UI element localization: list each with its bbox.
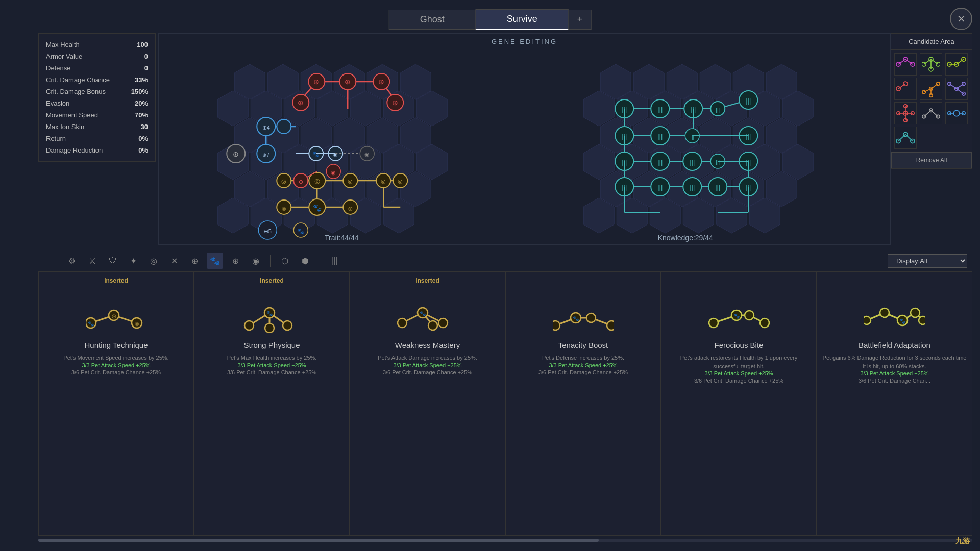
filter-icon-plus-circle[interactable]: ⊕ [186, 253, 203, 269]
trait-grid[interactable]: ⊕ ⊕ ⊕ ⊕ ⊕ ⊕4 ⊕7 ⊛ 🐾 ◉ ◉ [159, 49, 525, 245]
svg-text:🐾: 🐾 [733, 313, 740, 319]
tab-bar: Ghost Survive + [389, 9, 592, 30]
svg-text:⊕: ⊕ [299, 179, 303, 185]
svg-point-199 [244, 321, 254, 330]
card-stat2-2: 3/6 Pet Crit. Damage Chance +25% [227, 368, 316, 377]
filter-icon-swords[interactable]: ⚔ [84, 253, 101, 269]
filter-icon-hex2[interactable]: ⬢ [297, 253, 313, 269]
svg-text:⊕7: ⊕7 [262, 152, 270, 158]
display-all-select[interactable]: Display:All Display:Inserted Display:Uni… [888, 254, 967, 268]
card-stat1-3: 3/3 Pet Attack Speed +25% [393, 362, 461, 368]
card-battlefield-adaptation[interactable]: 🐾 Battlefield Adaptation Pet gains 6% Da… [817, 271, 972, 536]
svg-text:◎: ◎ [398, 178, 403, 184]
candidate-item-8[interactable] [920, 102, 942, 124]
tab-add[interactable]: + [569, 10, 592, 30]
card-weakness-mastery[interactable]: Inserted 🐾 Weakness Mastery Pet's Attack… [350, 271, 505, 536]
stat-max-health: Max Health 100 [39, 39, 155, 51]
svg-text:◎: ◎ [314, 177, 320, 185]
filter-icon-x[interactable]: ✕ [166, 253, 182, 269]
card-ferocious-bite[interactable]: 🐾 Ferocious Bite Pet's attack restores i… [661, 271, 817, 536]
stats-panel: Max Health 100 Armor Value 0 Defense 0 C… [38, 33, 156, 162]
card-stat1-1: 3/3 Pet Attack Speed +25% [82, 362, 150, 368]
svg-text:◎: ◎ [134, 321, 139, 327]
filter-icon-shield[interactable]: 🛡 [105, 253, 121, 269]
svg-text:◉: ◉ [364, 151, 370, 157]
filter-toolbar: ⟋ ⚙ ⚔ 🛡 ✦ ◎ ✕ ⊕ 🐾 ⊕ ◉ ⬡ ⬢ ||| Display:Al… [38, 250, 972, 271]
card-icon-3: 🐾 [355, 290, 500, 341]
svg-point-233 [880, 308, 889, 317]
svg-text:|||: ||| [657, 184, 663, 191]
filter-icon-gear[interactable]: ⚙ [64, 253, 80, 269]
close-button[interactable]: ✕ [950, 8, 972, 30]
filter-icon-slash[interactable]: ⟋ [43, 253, 60, 269]
card-strong-physique[interactable]: Inserted 🐾 Strong Physique Pet's Max Hea… [194, 271, 350, 536]
knowledge-grid[interactable]: ||| ||| ||| ||| ||| ||| ||| ||| ||| ||| … [525, 49, 891, 245]
svg-line-133 [905, 59, 913, 64]
filter-icon-circle[interactable]: ◎ [145, 253, 162, 269]
svg-text:|||: ||| [746, 97, 751, 105]
candidate-item-6[interactable] [945, 78, 968, 100]
svg-point-210 [438, 318, 448, 328]
svg-text:|||: ||| [690, 134, 694, 140]
filter-icon-bars-circle[interactable]: ◉ [248, 253, 264, 269]
svg-text:⊛: ⊛ [233, 150, 239, 158]
svg-point-187 [911, 139, 915, 143]
svg-point-211 [428, 321, 437, 330]
scrollbar-thumb[interactable] [38, 539, 599, 542]
svg-text:|||: ||| [690, 158, 695, 166]
svg-text:⊕: ⊕ [298, 98, 304, 107]
filter-icon-paw[interactable]: 🐾 [207, 253, 223, 269]
svg-line-183 [898, 134, 905, 141]
card-tenacity-boost[interactable]: 🐾 Tenacity Boost Pet's Defense increases… [505, 271, 661, 536]
card-badge-1: Inserted [104, 277, 128, 284]
card-hunting-technique[interactable]: Inserted 🐾 ◎ ◎ Hunting Technique Pet's M… [38, 271, 194, 536]
card-icon-1: 🐾 ◎ ◎ [44, 290, 188, 341]
filter-icon-hex1[interactable]: ⬡ [277, 253, 293, 269]
remove-all-button[interactable]: Remove All [891, 152, 972, 168]
svg-point-226 [745, 311, 754, 320]
card-name-2: Strong Physique [243, 341, 300, 349]
stat-movement: Movement Speed 70% [39, 109, 155, 121]
candidate-item-4[interactable] [894, 78, 917, 100]
stat-dmg-reduction: Damage Reduction 0% [39, 144, 155, 156]
tab-survive[interactable]: Survive [476, 9, 569, 30]
card-stat2-1: 3/6 Pet Crit. Damage Chance +25% [71, 368, 161, 377]
svg-point-142 [936, 62, 940, 66]
card-name-5: Ferocious Bite [715, 341, 764, 349]
svg-text:⊕: ⊕ [313, 78, 320, 86]
card-stat1-4: 3/3 Pet Attack Speed +25% [549, 362, 617, 368]
filter-icon-arrows[interactable]: ⊕ [227, 253, 243, 269]
svg-text:⊕: ⊕ [378, 78, 384, 86]
svg-marker-69 [559, 49, 590, 84]
svg-point-202 [283, 321, 292, 330]
tab-ghost[interactable]: Ghost [389, 10, 476, 30]
filter-icon-star[interactable]: ✦ [125, 253, 141, 269]
svg-text:|||: ||| [657, 133, 663, 140]
candidate-item-3[interactable] [945, 53, 968, 76]
candidate-item-1[interactable] [894, 53, 917, 76]
knowledge-label: Knowledge:29/44 [658, 234, 713, 242]
card-stat2-3: 3/6 Pet Crit. Damage Chance +25% [383, 368, 472, 377]
svg-text:🐾: 🐾 [266, 310, 273, 317]
card-desc-1: Pet's Movement Speed increases by 25%. [63, 354, 168, 362]
candidate-item-10[interactable] [894, 127, 917, 149]
candidate-item-9[interactable] [945, 102, 968, 124]
card-area: Inserted 🐾 ◎ ◎ Hunting Technique Pet's M… [38, 271, 972, 536]
filter-icon-bars[interactable]: ||| [326, 253, 342, 269]
card-desc-6: Pet gains 6% Damage Reduction for 3 seco… [822, 354, 967, 370]
svg-line-137 [924, 59, 931, 64]
candidate-item-7[interactable] [894, 102, 917, 124]
candidate-item-5[interactable] [920, 78, 942, 100]
horizontal-scrollbar[interactable] [38, 539, 972, 542]
card-badge-2: Inserted [260, 277, 284, 284]
stat-return: Return 0% [39, 133, 155, 144]
svg-line-138 [931, 59, 938, 64]
gene-editing-title: GENE EDITING [159, 34, 890, 49]
svg-point-219 [607, 321, 614, 330]
svg-line-184 [905, 134, 913, 141]
svg-text:◎: ◎ [111, 313, 116, 319]
candidate-item-2[interactable] [920, 53, 942, 76]
candidate-grid [891, 50, 972, 152]
svg-text:⊕: ⊕ [392, 98, 398, 107]
filter-divider-1 [270, 255, 271, 267]
